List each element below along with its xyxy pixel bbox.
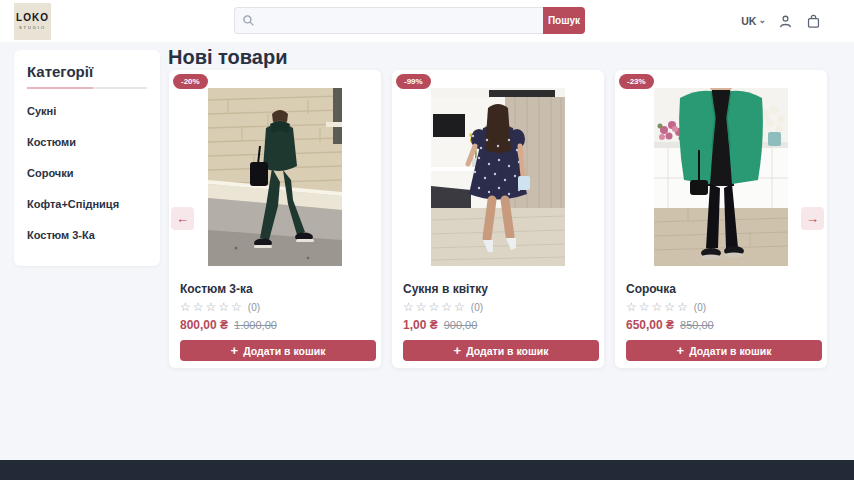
star-icon: ☆ bbox=[403, 301, 414, 313]
rating-count: (0) bbox=[694, 302, 706, 313]
current-price: 1,00 ₴ bbox=[403, 318, 438, 332]
price-row: 1,00 ₴ 900,00 bbox=[403, 318, 593, 332]
sidebar-item-kofta-spidnytsia[interactable]: Кофта+Спідниця bbox=[27, 198, 147, 210]
search-button[interactable]: Пошук bbox=[543, 7, 585, 34]
current-price: 800,00 ₴ bbox=[180, 318, 228, 332]
star-icon: ☆ bbox=[677, 301, 688, 313]
language-label: UK bbox=[741, 15, 756, 27]
chevron-down-icon: ⌄ bbox=[758, 19, 766, 23]
category-list: Сукні Костюми Сорочки Кофта+Спідниця Кос… bbox=[27, 105, 147, 241]
discount-badge: -23% bbox=[619, 74, 654, 89]
product-card: -23% bbox=[615, 70, 827, 368]
star-icon: ☆ bbox=[416, 301, 427, 313]
old-price: 850,00 bbox=[680, 319, 714, 331]
add-to-cart-label: Додати в кошик bbox=[243, 345, 325, 357]
logo-subtitle: STUDIO bbox=[19, 25, 46, 30]
carousel-next-button[interactable]: → bbox=[801, 207, 824, 230]
product-image-dress[interactable] bbox=[431, 88, 565, 266]
plus-icon: + bbox=[454, 344, 462, 357]
header-actions: UK ⌄ bbox=[741, 0, 822, 42]
star-icon: ☆ bbox=[652, 301, 663, 313]
header: LOKO STUDIO Пошук UK ⌄ bbox=[0, 0, 854, 42]
product-card: -20% bbox=[169, 70, 381, 368]
sidebar-item-sorochky[interactable]: Сорочки bbox=[27, 167, 147, 179]
product-info: Сорочка ☆ ☆ ☆ ☆ ☆ (0) 650,00 ₴ 850,00 + … bbox=[623, 282, 819, 361]
account-icon[interactable] bbox=[777, 13, 794, 30]
sidebar: Категорії Сукні Костюми Сорочки Кофта+Сп… bbox=[14, 50, 160, 266]
sidebar-item-kostyum-3-ka[interactable]: Костюм 3-Ка bbox=[27, 229, 147, 241]
product-name[interactable]: Костюм 3-ка bbox=[180, 282, 370, 296]
plus-icon: + bbox=[677, 344, 685, 357]
rating-count: (0) bbox=[248, 302, 260, 313]
star-icon: ☆ bbox=[429, 301, 440, 313]
price-row: 800,00 ₴ 1.000,00 bbox=[180, 318, 370, 332]
product-grid: -20% bbox=[169, 70, 827, 368]
sidebar-title-underline bbox=[27, 87, 147, 89]
product-name[interactable]: Сукня в квітку bbox=[403, 282, 593, 296]
rating-stars: ☆ ☆ ☆ ☆ ☆ (0) bbox=[180, 301, 370, 313]
product-info: Сукня в квітку ☆ ☆ ☆ ☆ ☆ (0) 1,00 ₴ 900,… bbox=[400, 282, 596, 361]
star-icon: ☆ bbox=[441, 301, 452, 313]
sidebar-title: Категорії bbox=[27, 63, 147, 80]
search-input[interactable] bbox=[234, 7, 543, 34]
logo-title: LOKO bbox=[16, 13, 49, 23]
star-icon: ☆ bbox=[454, 301, 465, 313]
product-card: -99% bbox=[392, 70, 604, 368]
footer bbox=[0, 460, 854, 480]
rating-count: (0) bbox=[471, 302, 483, 313]
rating-stars: ☆ ☆ ☆ ☆ ☆ (0) bbox=[403, 301, 593, 313]
product-image-suit[interactable] bbox=[208, 88, 342, 266]
star-icon: ☆ bbox=[626, 301, 637, 313]
star-icon: ☆ bbox=[664, 301, 675, 313]
add-to-cart-label: Додати в кошик bbox=[689, 345, 771, 357]
old-price: 900,00 bbox=[444, 319, 478, 331]
price-row: 650,00 ₴ 850,00 bbox=[626, 318, 816, 332]
add-to-cart-label: Додати в кошик bbox=[466, 345, 548, 357]
discount-badge: -20% bbox=[173, 74, 208, 89]
plus-icon: + bbox=[231, 344, 239, 357]
star-icon: ☆ bbox=[231, 301, 242, 313]
product-image-shirt[interactable] bbox=[654, 88, 788, 266]
star-icon: ☆ bbox=[206, 301, 217, 313]
star-icon: ☆ bbox=[639, 301, 650, 313]
language-switcher[interactable]: UK ⌄ bbox=[741, 15, 766, 27]
sidebar-item-sukni[interactable]: Сукні bbox=[27, 105, 147, 117]
add-to-cart-button[interactable]: + Додати в кошик bbox=[626, 340, 822, 361]
star-icon: ☆ bbox=[218, 301, 229, 313]
add-to-cart-button[interactable]: + Додати в кошик bbox=[180, 340, 376, 361]
cart-icon[interactable] bbox=[805, 13, 822, 30]
sidebar-item-kostyumy[interactable]: Костюми bbox=[27, 136, 147, 148]
discount-badge: -99% bbox=[396, 74, 431, 89]
page-title: Нові товари bbox=[168, 46, 287, 69]
search-form: Пошук bbox=[234, 7, 585, 34]
logo[interactable]: LOKO STUDIO bbox=[14, 3, 51, 40]
current-price: 650,00 ₴ bbox=[626, 318, 674, 332]
product-name[interactable]: Сорочка bbox=[626, 282, 816, 296]
carousel-prev-button[interactable]: ← bbox=[171, 207, 194, 230]
product-info: Костюм 3-ка ☆ ☆ ☆ ☆ ☆ (0) 800,00 ₴ 1.000… bbox=[177, 282, 373, 361]
page: LOKO STUDIO Пошук UK ⌄ bbox=[0, 0, 854, 480]
add-to-cart-button[interactable]: + Додати в кошик bbox=[403, 340, 599, 361]
rating-stars: ☆ ☆ ☆ ☆ ☆ (0) bbox=[626, 301, 816, 313]
star-icon: ☆ bbox=[193, 301, 204, 313]
star-icon: ☆ bbox=[180, 301, 191, 313]
old-price: 1.000,00 bbox=[234, 319, 277, 331]
